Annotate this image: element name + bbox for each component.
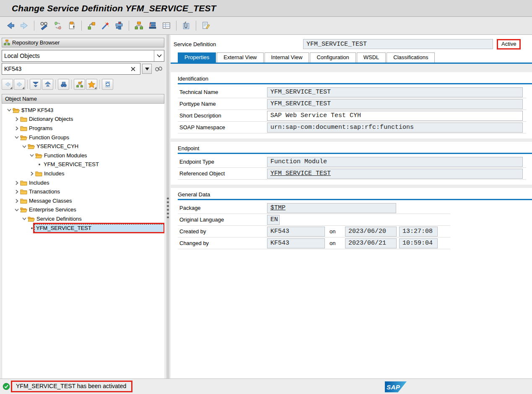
identification-section: Identification Technical Name YFM_SERVIC… — [171, 72, 532, 138]
created-time-field[interactable]: 13:27:08 — [399, 227, 438, 237]
object-list-button[interactable] — [133, 20, 144, 31]
tree-row[interactable]: Enterprise Services — [2, 206, 164, 215]
changed-time-field[interactable]: 10:59:04 — [399, 238, 438, 248]
changed-date-field[interactable]: 2023/06/21 — [345, 238, 397, 248]
tab-external-view[interactable]: External View — [217, 52, 263, 63]
referenced-object-field[interactable]: YFM_SERVICE_TEST — [267, 169, 523, 179]
navigation-window-button[interactable] — [147, 20, 158, 31]
forward-button[interactable] — [19, 20, 30, 31]
chevron-closed-icon[interactable] — [14, 199, 20, 203]
chevron-open-icon[interactable] — [21, 145, 27, 148]
worklist-button[interactable] — [74, 79, 85, 90]
tab-properties[interactable]: Properties — [178, 52, 216, 63]
chevron-closed-icon[interactable] — [14, 190, 20, 194]
copy-button[interactable] — [66, 20, 77, 31]
original-language-field[interactable]: EN — [267, 215, 280, 225]
browser-type-select[interactable]: Local Objects — [2, 50, 164, 62]
tab-configuration[interactable]: Configuration — [310, 52, 356, 63]
toolbar-separator — [196, 21, 196, 31]
tree-item-label: Includes — [43, 170, 66, 177]
changed-by-field[interactable]: KF543 — [267, 238, 325, 248]
tab-classifications[interactable]: Classifications — [387, 52, 435, 63]
display-object-button[interactable] — [153, 64, 164, 74]
tree-row-selected[interactable]: YFM_SERVICE_TEST — [2, 224, 164, 233]
folder-icon — [20, 180, 28, 186]
chevron-open-icon[interactable] — [21, 217, 27, 220]
tree-row[interactable]: Message Classes — [2, 196, 164, 206]
endpoint-type-field[interactable]: Function Module — [267, 157, 523, 167]
folder-open-icon — [35, 153, 43, 159]
chevron-open-icon[interactable] — [14, 209, 20, 211]
activate-button[interactable] — [114, 20, 125, 31]
tree-row[interactable]: YFM_SERVICE_TEST — [2, 160, 164, 170]
edit-document-button[interactable] — [200, 20, 211, 31]
pattern-button[interactable] — [100, 20, 111, 31]
tree-row[interactable]: $TMP KF543 — [2, 106, 164, 115]
field-label: Changed by — [178, 240, 267, 246]
display-change-icon — [39, 21, 49, 30]
find-button[interactable] — [58, 79, 69, 90]
lower-object-icon — [32, 81, 39, 88]
higher-object-button[interactable] — [42, 79, 53, 90]
field-label: Endpoint Type — [178, 159, 267, 165]
display-change-button[interactable] — [39, 20, 49, 31]
table-view-button[interactable] — [161, 20, 172, 31]
object-search-value: KF543 — [2, 65, 131, 72]
panel-splitter[interactable] — [165, 35, 171, 378]
refresh-tree-button[interactable] — [102, 79, 113, 90]
chevron-closed-icon[interactable] — [14, 126, 20, 130]
section-rule — [178, 153, 532, 154]
tree-row[interactable]: Programs — [2, 124, 164, 133]
chevron-closed-icon[interactable] — [29, 172, 35, 176]
activate-icon — [114, 21, 124, 30]
technical-name-field[interactable]: YFM_SERVICE_TEST — [267, 87, 523, 97]
form-row: Porttype Name YFM_SERVICE_TEST — [178, 98, 526, 110]
tree-row[interactable]: Function Groups — [2, 133, 164, 142]
created-by-field[interactable]: KF543 — [267, 227, 325, 237]
chevron-open-icon[interactable] — [14, 136, 20, 139]
tree-row[interactable]: Includes — [2, 178, 164, 188]
soap-namespace-field[interactable]: urn:sap-com:document:sap:rfc:functions — [267, 123, 523, 133]
tree-row[interactable]: Function Modules — [2, 151, 164, 160]
back-button[interactable] — [5, 20, 16, 31]
created-date-field[interactable]: 2023/06/20 — [345, 227, 397, 237]
section-gap — [171, 138, 532, 142]
tab-internal-view[interactable]: Internal View — [265, 52, 309, 63]
tree-row[interactable]: Dictionary Objects — [2, 115, 164, 124]
tree-row[interactable]: YSERVICE_CYH — [2, 142, 164, 151]
service-definition-header: Service Definition YFM_SERVICE_TEST Acti… — [171, 35, 532, 52]
tree-item-label: YFM_SERVICE_TEST — [35, 224, 163, 232]
porttype-name-field[interactable]: YFM_SERVICE_TEST — [267, 99, 523, 109]
tree-item-label: Dictionary Objects — [28, 115, 75, 123]
short-description-field[interactable]: SAP Web Service Test CYH — [267, 111, 523, 121]
attachment-button[interactable] — [181, 20, 192, 31]
clear-icon[interactable] — [131, 67, 140, 71]
refresh-button[interactable] — [52, 20, 63, 31]
service-definition-field[interactable]: YFM_SERVICE_TEST — [303, 39, 493, 49]
section-gap — [171, 185, 532, 188]
form-row: Technical Name YFM_SERVICE_TEST — [178, 86, 526, 98]
toolbar-separator — [27, 80, 28, 89]
chevron-open-icon[interactable] — [6, 109, 12, 112]
chevron-closed-icon[interactable] — [14, 181, 20, 185]
status-message: YFM_SERVICE_TEST has been activated — [16, 383, 126, 389]
tree-row[interactable]: Includes — [2, 169, 164, 178]
previous-object-button[interactable] — [2, 79, 13, 90]
back-icon — [6, 21, 15, 30]
chevron-closed-icon[interactable] — [14, 117, 20, 121]
package-field[interactable]: $TMP — [267, 203, 396, 213]
favorites-button[interactable] — [86, 79, 97, 90]
lower-object-button[interactable] — [30, 79, 41, 90]
splitter-handle[interactable] — [167, 198, 169, 219]
object-search-input[interactable]: KF543 — [2, 63, 140, 75]
chevron-open-icon[interactable] — [29, 154, 35, 157]
tree-row[interactable]: Transactions — [2, 187, 164, 196]
search-history-button[interactable] — [142, 64, 152, 74]
tab-wsdl[interactable]: WSDL — [357, 52, 386, 63]
chevron-down-icon[interactable] — [154, 50, 164, 61]
form-row: Original Language EN — [178, 214, 450, 226]
where-used-button[interactable] — [86, 20, 97, 31]
toolbar-separator — [176, 21, 176, 31]
next-object-button[interactable] — [14, 79, 25, 90]
tree-row[interactable]: Service Definitions — [2, 214, 164, 224]
